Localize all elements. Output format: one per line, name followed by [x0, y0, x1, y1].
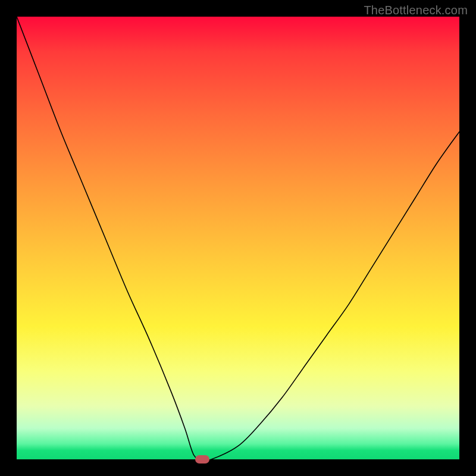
chart-frame: TheBottleneck.com [0, 0, 476, 476]
bottleneck-marker [195, 455, 209, 464]
bottleneck-curve [17, 17, 459, 459]
plot-area [17, 17, 459, 459]
watermark-label: TheBottleneck.com [364, 4, 468, 17]
